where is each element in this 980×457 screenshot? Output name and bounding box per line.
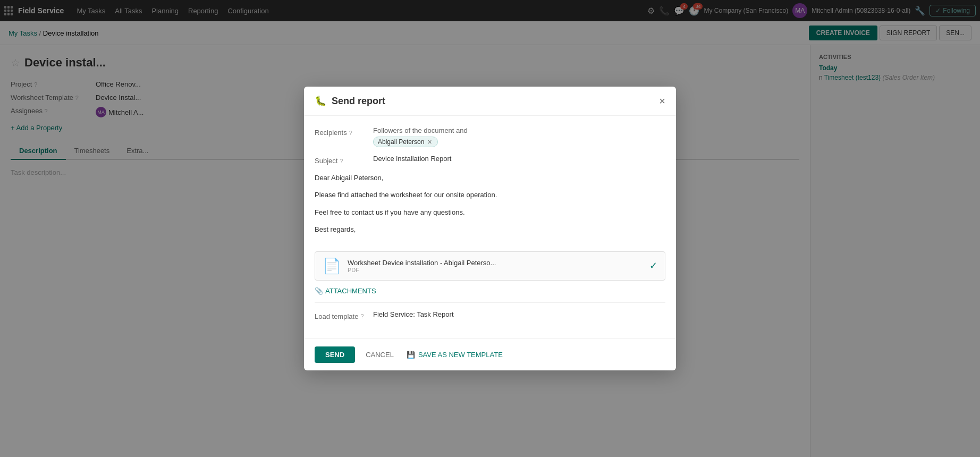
load-template-row: Load template ? Field Service: Task Repo… xyxy=(315,310,665,320)
pdf-icon: 📄 xyxy=(323,257,341,275)
save-template-icon: 💾 xyxy=(407,351,415,359)
send-button[interactable]: SEND xyxy=(315,346,355,363)
email-body-line3: Best regards, xyxy=(315,224,665,235)
modal-body: Recipients ? Followers of the document a… xyxy=(304,116,676,338)
attachment-box: 📄 Worksheet Device installation - Abigai… xyxy=(315,251,665,281)
modal-footer: SEND CANCEL 💾 SAVE AS NEW TEMPLATE xyxy=(304,338,676,370)
subject-help-icon[interactable]: ? xyxy=(340,158,343,164)
paperclip-icon: 📎 xyxy=(315,287,323,295)
email-body: Dear Abigail Peterson, Please find attac… xyxy=(315,172,665,244)
recipients-label: Recipients ? xyxy=(315,126,373,137)
recipients-help-icon[interactable]: ? xyxy=(349,130,352,136)
attachment-name: Worksheet Device installation - Abigail … xyxy=(348,259,643,267)
subject-value: Device installation Report xyxy=(373,155,665,163)
recipients-value: Followers of the document and Abigail Pe… xyxy=(373,126,665,147)
modal-overlay[interactable]: 🐛 Send report × Recipients ? Followers o… xyxy=(0,0,980,457)
recipient-prefix: Followers of the document and xyxy=(373,126,665,134)
load-template-help-icon[interactable]: ? xyxy=(360,313,364,319)
attachment-info: Worksheet Device installation - Abigail … xyxy=(348,259,643,273)
email-greeting: Dear Abigail Peterson, xyxy=(315,172,665,184)
modal-header: 🐛 Send report × xyxy=(304,87,676,116)
subject-row: Subject ? Device installation Report xyxy=(315,155,665,165)
divider xyxy=(315,302,665,303)
cancel-button[interactable]: CANCEL xyxy=(359,346,400,363)
recipient-remove-button[interactable]: × xyxy=(427,138,432,146)
attachment-check-icon: ✓ xyxy=(649,260,657,272)
email-body-line1: Please find attached the worksheet for o… xyxy=(315,189,665,201)
save-as-template-button[interactable]: 💾 SAVE AS NEW TEMPLATE xyxy=(404,346,505,363)
email-body-line2: Feel free to contact us if you have any … xyxy=(315,207,665,218)
bug-icon: 🐛 xyxy=(315,95,326,107)
modal-title: Send report xyxy=(332,96,385,107)
subject-label: Subject ? xyxy=(315,155,373,165)
load-template-value[interactable]: Field Service: Task Report xyxy=(373,310,665,318)
load-template-label: Load template ? xyxy=(315,310,373,320)
attachments-link[interactable]: 📎 ATTACHMENTS xyxy=(315,287,665,295)
recipients-row: Recipients ? Followers of the document a… xyxy=(315,126,665,147)
attachment-type: PDF xyxy=(348,267,643,273)
send-report-modal: 🐛 Send report × Recipients ? Followers o… xyxy=(304,87,676,370)
modal-close-button[interactable]: × xyxy=(659,96,665,106)
recipient-tag: Abigail Peterson × xyxy=(373,137,438,147)
